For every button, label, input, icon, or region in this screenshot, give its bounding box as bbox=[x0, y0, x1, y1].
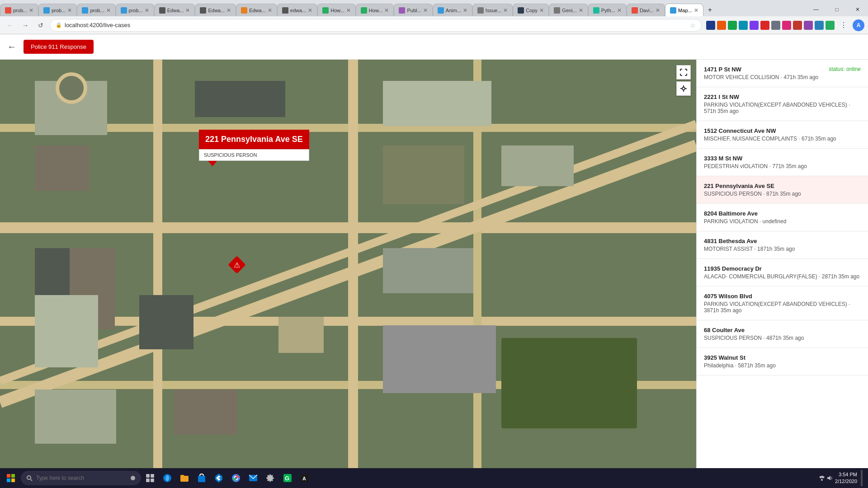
tab-3[interactable]: prob...✕ bbox=[77, 4, 115, 16]
tab-10[interactable]: How...✕ bbox=[356, 4, 394, 16]
incident-item-highlighted[interactable]: 221 Pennsylvania Ave SE SUSPICIOUS PERSO… bbox=[697, 176, 868, 204]
taskbar-task-view[interactable] bbox=[142, 470, 158, 486]
ext-icon-10[interactable] bbox=[804, 21, 813, 30]
taskbar-store[interactable] bbox=[193, 470, 210, 486]
tab-12[interactable]: Anim...✕ bbox=[433, 4, 472, 16]
close-button[interactable]: ✕ bbox=[847, 3, 868, 16]
ext-icon-2[interactable] bbox=[717, 21, 726, 30]
url-text: localhost:4200/live-cases bbox=[65, 22, 687, 28]
incident-type: MISCHIEF, NUISANCE COMPLAINTS · 671h 35m… bbox=[704, 136, 861, 142]
incident-item[interactable]: 4831 Bethesda Ave MOTORIST ASSIST · 1871… bbox=[697, 231, 868, 259]
incident-type: PEDESTRIAN vIOLATION · 771h 35m ago bbox=[704, 163, 861, 169]
show-desktop-button[interactable] bbox=[861, 470, 863, 486]
map-container[interactable]: 221 Pennsylvania Ave SE SUSPICIOUS PERSO… bbox=[0, 60, 696, 488]
lock-icon: 🔒 bbox=[56, 22, 62, 28]
tab-15[interactable]: Pyth...✕ bbox=[588, 4, 627, 16]
svg-text:G: G bbox=[285, 475, 289, 482]
incident-item[interactable]: 3925 Walnut St Philadelphia · 5871h 35m … bbox=[697, 348, 868, 375]
svg-text:A: A bbox=[302, 476, 306, 481]
ext-icon-11[interactable] bbox=[815, 21, 824, 30]
map-popup[interactable]: 221 Pennsylvania Ave SE SUSPICIOUS PERSO… bbox=[199, 130, 309, 166]
popup-type: SUSPICIOUS PERSON bbox=[199, 149, 309, 161]
tab-11[interactable]: Publ...✕ bbox=[394, 4, 432, 16]
incident-item[interactable]: 8204 Baltimore Ave PARKING VIOLATION · u… bbox=[697, 204, 868, 231]
minimize-button[interactable]: — bbox=[806, 3, 826, 16]
time-display: 3:54 PM bbox=[835, 471, 857, 478]
svg-point-11 bbox=[27, 476, 31, 479]
incident-item[interactable]: 68 Coulter Ave SUSPICIOUS PERSON · 4871h… bbox=[697, 320, 868, 348]
taskbar-search[interactable] bbox=[21, 471, 141, 485]
taskbar-mail[interactable] bbox=[245, 470, 261, 486]
ext-icon-9[interactable] bbox=[793, 21, 802, 30]
incident-type: MOTOR VEHICLE COLLISION · 471h 35m ago bbox=[704, 74, 861, 80]
map-controls bbox=[676, 65, 691, 96]
tab-4[interactable]: prob...✕ bbox=[116, 4, 154, 16]
back-arrow-button[interactable]: ← bbox=[7, 42, 16, 52]
marker-icon: ⚠ bbox=[228, 256, 246, 274]
tab-copy[interactable]: Copy✕ bbox=[513, 4, 549, 16]
incident-item[interactable]: 1471 P St NW status: online MOTOR VEHICL… bbox=[697, 60, 868, 87]
police-911-button[interactable]: Police 911 Response bbox=[24, 40, 94, 54]
incident-address: 3925 Walnut St bbox=[704, 354, 861, 361]
incident-address: 1512 Connecticut Ave NW bbox=[704, 127, 861, 134]
ext-icon-12[interactable] bbox=[826, 21, 835, 30]
tab-16[interactable]: Davi...✕ bbox=[627, 4, 665, 16]
taskbar-settings[interactable] bbox=[262, 470, 278, 486]
tab-9[interactable]: How...✕ bbox=[317, 4, 356, 16]
fullscreen-button[interactable] bbox=[676, 65, 691, 80]
incident-item[interactable]: 2221 I St NW PARKING VIOLATION(EXCEPT AB… bbox=[697, 87, 868, 121]
incident-item[interactable]: 11935 Democracy Dr ALACAD- COMMERCIAL BU… bbox=[697, 259, 868, 286]
system-clock[interactable]: 3:54 PM 2/12/2020 bbox=[835, 471, 857, 485]
svg-rect-19 bbox=[198, 476, 205, 482]
maximize-button[interactable]: □ bbox=[826, 3, 847, 16]
tab-14[interactable]: Geni...✕ bbox=[549, 4, 588, 16]
reload-button[interactable]: ↺ bbox=[34, 19, 47, 32]
menu-button[interactable]: ⋮ bbox=[837, 19, 850, 32]
address-bar[interactable]: 🔒 localhost:4200/live-cases ☆ bbox=[50, 19, 702, 32]
taskbar-green-app[interactable]: G bbox=[279, 470, 296, 486]
svg-rect-10 bbox=[11, 479, 15, 482]
svg-line-12 bbox=[31, 479, 32, 481]
search-input[interactable] bbox=[36, 475, 127, 481]
taskbar-dark-app[interactable]: A bbox=[297, 470, 313, 486]
ext-icon-4[interactable] bbox=[739, 21, 748, 30]
incident-item[interactable]: 3333 M St NW PEDESTRIAN vIOLATION · 771h… bbox=[697, 149, 868, 176]
taskbar-vscode[interactable] bbox=[211, 470, 227, 486]
forward-button[interactable]: → bbox=[19, 19, 32, 32]
tab-new[interactable]: + bbox=[703, 4, 718, 16]
incident-address: 11935 Democracy Dr bbox=[704, 265, 861, 272]
taskbar-file-explorer[interactable] bbox=[176, 470, 193, 486]
tab-2[interactable]: prob...✕ bbox=[38, 4, 77, 16]
tab-6[interactable]: Edwa...✕ bbox=[195, 4, 236, 16]
ext-icon-8[interactable] bbox=[782, 21, 791, 30]
ext-icon-5[interactable] bbox=[750, 21, 759, 30]
status-badge: status: online bbox=[829, 66, 861, 72]
profile-avatar[interactable]: A bbox=[853, 19, 864, 31]
ext-icon-6[interactable] bbox=[760, 21, 769, 30]
incident-type: MOTORIST ASSIST · 1871h 35m ago bbox=[704, 246, 861, 252]
tab-5[interactable]: Edwa...✕ bbox=[154, 4, 195, 16]
popup-address[interactable]: 221 Pennsylvania Ave SE bbox=[199, 130, 309, 149]
incident-address: 8204 Baltimore Ave bbox=[704, 210, 861, 217]
incident-item[interactable]: 1512 Connecticut Ave NW MISCHIEF, NUISAN… bbox=[697, 121, 868, 149]
tray-icons bbox=[819, 475, 833, 481]
taskbar-edge[interactable] bbox=[159, 470, 175, 486]
extension-icons bbox=[706, 21, 835, 30]
incident-address: 4831 Bethesda Ave bbox=[704, 238, 861, 244]
locate-button[interactable] bbox=[676, 81, 691, 96]
tab-1[interactable]: prob...✕ bbox=[0, 4, 38, 16]
incident-item[interactable]: 4075 Wilson Blvd PARKING VIOLATION(EXCEP… bbox=[697, 286, 868, 320]
ext-icon-1[interactable] bbox=[706, 21, 715, 30]
tab-map-active[interactable]: Map...✕ bbox=[665, 4, 703, 16]
ext-icon-3[interactable] bbox=[728, 21, 737, 30]
network-icon bbox=[819, 475, 825, 481]
ext-icon-7[interactable] bbox=[771, 21, 780, 30]
tab-13[interactable]: Issue...✕ bbox=[472, 4, 513, 16]
tab-8[interactable]: edwa...✕ bbox=[277, 4, 317, 16]
start-button[interactable] bbox=[2, 469, 20, 487]
aerial-map bbox=[0, 60, 696, 488]
back-button[interactable]: ← bbox=[4, 19, 16, 32]
taskbar-chrome[interactable] bbox=[228, 470, 244, 486]
map-marker[interactable]: ⚠ bbox=[231, 258, 243, 271]
tab-7[interactable]: Edwa...✕ bbox=[236, 4, 277, 16]
